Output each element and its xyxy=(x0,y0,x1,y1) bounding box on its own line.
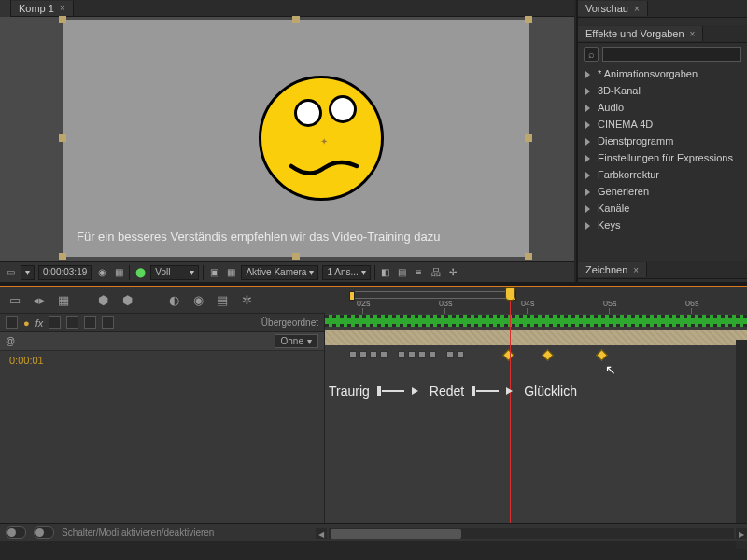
channel-icon[interactable]: ⬤ xyxy=(134,266,147,279)
preview-tab[interactable]: Vorschau × xyxy=(578,1,648,16)
switches-toggle[interactable] xyxy=(6,526,26,539)
camera-dropdown[interactable]: Aktive Kamera▾ xyxy=(241,265,318,280)
effects-item[interactable]: * Animationsvorgaben xyxy=(578,65,747,82)
keyframe[interactable] xyxy=(418,351,426,358)
brainstorm-icon[interactable]: ✲ xyxy=(237,291,256,310)
timeline-icon[interactable]: ≡ xyxy=(413,266,426,279)
keyframe[interactable] xyxy=(349,351,357,358)
vertical-scrollbar[interactable] xyxy=(736,340,747,549)
keyframe-hold[interactable] xyxy=(542,349,554,361)
tab-stub[interactable] xyxy=(0,0,11,17)
magnify-icon[interactable]: ▭ xyxy=(4,266,17,279)
show-snapshot-icon[interactable]: ▦ xyxy=(112,266,125,279)
scrollbar-thumb[interactable] xyxy=(331,529,461,539)
pick-whip-icon[interactable]: @ xyxy=(6,336,15,346)
effects-item[interactable]: Einstellungen für Expressions xyxy=(578,149,747,166)
switch-col[interactable] xyxy=(102,316,114,329)
graph-icon[interactable]: ▤ xyxy=(213,291,232,310)
modes-toggle[interactable] xyxy=(34,526,54,539)
close-icon[interactable]: × xyxy=(60,3,65,13)
switch-col[interactable] xyxy=(49,316,61,329)
effects-item[interactable]: Keys xyxy=(578,217,747,233)
draw-tab[interactable]: Zeichnen × xyxy=(578,262,647,277)
keyframe[interactable] xyxy=(398,351,405,358)
keyframe[interactable] xyxy=(457,351,464,358)
current-time-indicator[interactable] xyxy=(510,287,511,523)
timecode-field[interactable]: 0:00:03:19 xyxy=(38,265,92,280)
scroll-left-icon[interactable]: ◀ xyxy=(316,528,327,539)
grid-icon[interactable]: ▦ xyxy=(224,266,237,279)
transform-handle[interactable] xyxy=(59,134,66,142)
composition-viewer: ✦ Für ein besseres Verständis empfehlen … xyxy=(0,17,574,261)
reset-exposure-icon[interactable]: ✢ xyxy=(446,266,459,279)
keyframe[interactable] xyxy=(408,351,416,358)
effects-item[interactable]: Audio xyxy=(578,99,747,116)
effects-item[interactable]: Dienstprogramm xyxy=(578,133,747,149)
cti-head[interactable] xyxy=(505,287,515,301)
effects-item[interactable]: Kanäle xyxy=(578,200,747,217)
transform-handle[interactable] xyxy=(525,16,532,23)
keyframe-hold[interactable] xyxy=(502,349,514,361)
switch-col[interactable] xyxy=(66,316,78,329)
snapshot-icon[interactable]: ◉ xyxy=(95,266,108,279)
motion-blur-icon[interactable]: ◉ xyxy=(189,291,207,310)
transform-handle[interactable] xyxy=(525,134,532,142)
preview-panel-header: Vorschau × xyxy=(578,0,747,18)
keyframe[interactable] xyxy=(429,351,436,358)
timeline-body: ● fx Übergeordnet @ Ohne▾ 0:00:01 xyxy=(0,314,747,523)
tool-placeholder[interactable]: ◂▸ xyxy=(30,291,49,310)
effects-item[interactable]: 3D-Kanal xyxy=(578,82,747,99)
keyframe[interactable] xyxy=(446,351,454,358)
transform-handle[interactable] xyxy=(525,253,532,260)
keyframe[interactable] xyxy=(370,351,377,358)
comp-flow-icon[interactable]: 品 xyxy=(430,266,443,279)
property-timecode[interactable]: 0:00:01 xyxy=(0,351,324,370)
search-icon[interactable]: ⌕ xyxy=(584,47,599,62)
effects-search-input[interactable] xyxy=(602,47,741,62)
keyframe[interactable] xyxy=(380,351,388,358)
resolution-dropdown[interactable]: Voll▾ xyxy=(150,265,199,280)
keyframe[interactable] xyxy=(359,351,367,358)
eye-column-icon[interactable] xyxy=(6,316,18,329)
work-area-bar[interactable] xyxy=(351,291,514,299)
views-dropdown[interactable]: 1 Ans...▾ xyxy=(322,265,370,280)
keyframe-row xyxy=(325,349,747,362)
scroll-right-icon[interactable]: ▶ xyxy=(736,528,747,539)
transform-handle[interactable] xyxy=(59,253,66,260)
effects-tab[interactable]: Effekte und Vorgaben × xyxy=(578,26,703,41)
transform-handle[interactable] xyxy=(292,253,300,260)
effects-item[interactable]: CINEMA 4D xyxy=(578,116,747,133)
transform-handle[interactable] xyxy=(292,16,300,23)
horizontal-scrollbar[interactable] xyxy=(329,528,734,539)
tool-placeholder[interactable]: ▦ xyxy=(54,291,73,310)
tab-comp1[interactable]: Komp 1 × xyxy=(11,1,74,16)
keyframe-hold[interactable] xyxy=(596,349,608,361)
time-ruler[interactable]: 02s 03s 04s 05s 06s xyxy=(325,287,747,314)
fast-previews-icon[interactable]: ▤ xyxy=(396,266,409,279)
close-icon[interactable]: × xyxy=(634,4,640,14)
preview-tab-label: Vorschau xyxy=(585,3,628,14)
zoom-dropdown[interactable]: ▾ xyxy=(21,265,35,280)
work-area-start[interactable] xyxy=(349,291,355,301)
state-label: Redet xyxy=(430,384,464,399)
effects-item[interactable]: Farbkorrektur xyxy=(578,166,747,183)
draw-panel: Zeichnen × xyxy=(576,261,747,282)
cube-icon[interactable]: ⬢ xyxy=(118,291,136,310)
close-icon[interactable]: × xyxy=(690,29,696,39)
tool-placeholder[interactable]: ▭ xyxy=(6,291,24,310)
track-area[interactable]: ↖ Traurig Redet Glücklich xyxy=(325,314,747,523)
layer-row[interactable]: @ Ohne▾ xyxy=(0,332,324,351)
composition-canvas[interactable]: ✦ Für ein besseres Verständis empfehlen … xyxy=(63,20,529,257)
close-icon[interactable]: × xyxy=(633,265,639,275)
anchor-point-icon[interactable]: ✦ xyxy=(320,136,328,144)
pixel-aspect-icon[interactable]: ◧ xyxy=(379,266,392,279)
effects-item[interactable]: Generieren xyxy=(578,183,747,200)
transform-handle[interactable] xyxy=(59,16,66,23)
smiley-layer[interactable]: ✦ xyxy=(259,76,384,201)
region-icon[interactable]: ▣ xyxy=(207,266,220,279)
parent-dropdown[interactable]: Ohne▾ xyxy=(275,334,318,348)
cube-icon[interactable]: ⬢ xyxy=(93,291,112,310)
switch-col[interactable] xyxy=(84,316,96,329)
render-icon[interactable]: ◐ xyxy=(164,291,183,310)
layer-duration-bar[interactable] xyxy=(325,330,747,345)
